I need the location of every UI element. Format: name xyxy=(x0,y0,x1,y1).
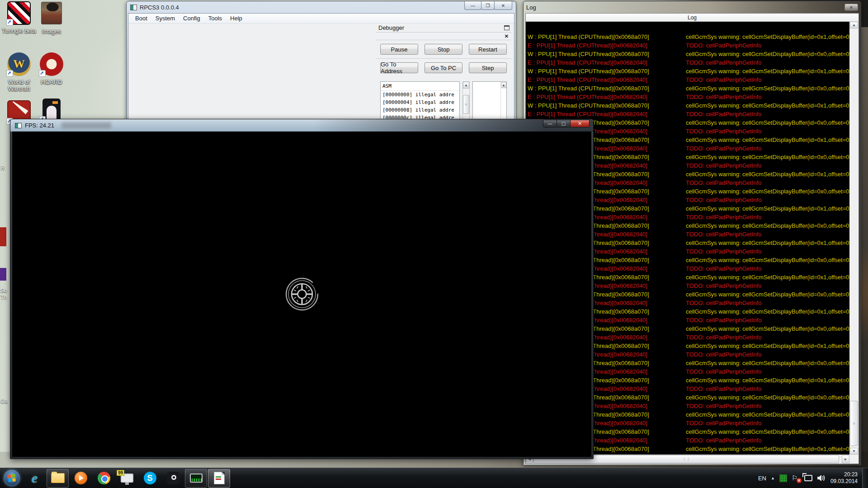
volume-icon[interactable] xyxy=(817,474,826,482)
log-column-header[interactable]: Log xyxy=(526,14,859,22)
log-message-column: TODO: cellPadPeriphGetInfo xyxy=(686,350,761,359)
menu-item-tools[interactable]: Tools xyxy=(204,14,226,23)
log-message-column: TODO: cellPadPeriphGetInfo xyxy=(686,385,761,393)
menu-item-help[interactable]: Help xyxy=(226,14,246,23)
images-icon xyxy=(41,2,62,24)
close-button[interactable]: ✕ xyxy=(494,1,512,10)
pause-button[interactable]: Pause xyxy=(380,44,418,55)
log-message-column: TODO: cellPadPeriphGetInfo xyxy=(686,144,761,153)
menu-item-config[interactable]: Config xyxy=(179,14,204,23)
log-window-title: Log xyxy=(526,4,844,11)
shortcut-arrow-icon xyxy=(6,19,13,26)
game-viewport[interactable] xyxy=(12,131,591,457)
network-icon[interactable] xyxy=(804,475,812,481)
edge-icon-sliver-purple xyxy=(0,268,6,281)
log-message-column: cellGcmSys warning: cellGcmSetDisplayBuf… xyxy=(686,84,849,93)
maximize-button[interactable]: ▢ xyxy=(557,120,571,127)
taskbar-item-media-player[interactable] xyxy=(70,469,92,488)
taskbar-item-explorer[interactable] xyxy=(47,469,69,488)
desktop-icon-hoard[interactable]: HOARD xyxy=(30,52,73,85)
log-row: W : PPU[1] Thread (CPUThread)[0x0068a070… xyxy=(528,33,849,41)
log-message-column: TODO: cellPadPeriphGetInfo xyxy=(686,333,761,342)
hidden-icons-arrow-icon[interactable]: ▲ xyxy=(771,476,775,480)
scrollbar-thumb[interactable]: ≡ xyxy=(463,95,469,114)
folder-icon xyxy=(51,473,65,483)
minimize-button[interactable]: — xyxy=(543,120,557,127)
close-button[interactable]: ✕ xyxy=(844,4,858,11)
taskbar-item-fps-counter[interactable]: 99 xyxy=(116,469,138,488)
log-message-column: cellGcmSys warning: cellGcmSetDisplayBuf… xyxy=(686,290,849,299)
desktop-icon-images[interactable]: images xyxy=(30,2,73,35)
scroll-up-arrow[interactable]: ▲ xyxy=(463,82,469,89)
scroll-right-arrow[interactable]: ► xyxy=(842,455,849,463)
scroll-up-arrow[interactable]: ▲ xyxy=(850,22,858,28)
debugger-nav-buttons: Go To AddressGo To PCStep xyxy=(376,58,511,77)
log-message-column: cellGcmSys warning: cellGcmSetDisplayBuf… xyxy=(686,427,849,436)
go-to-pc-button[interactable]: Go To PC xyxy=(425,62,462,73)
rpcs3-titlebar[interactable]: RPCS3 0.0.0.4 xyxy=(127,1,516,13)
maximize-button[interactable]: ❐ xyxy=(481,1,495,10)
log-message-column: cellGcmSys warning: cellGcmSetDisplayBuf… xyxy=(686,307,849,316)
debugger-panel: Debugger ✕ PauseStopRestart Go To Addres… xyxy=(376,23,511,134)
start-button[interactable] xyxy=(0,469,23,488)
asm-row[interactable]: [00000000] illegal addre xyxy=(381,91,459,99)
taskbar-item-system-monitor[interactable] xyxy=(185,469,207,488)
taskbar-item-internet-explorer[interactable]: e xyxy=(24,469,46,488)
language-indicator[interactable]: EN xyxy=(758,475,766,482)
log-message-column: TODO: cellPadPeriphGetInfo xyxy=(686,178,761,187)
desktop: Tunngle beta images W World of Warcraft … xyxy=(0,0,868,488)
rpcs3-caption-buttons: — ❐ ✕ xyxy=(465,1,512,10)
log-vertical-scrollbar[interactable]: ▲ ≡ ▼ xyxy=(849,22,859,455)
dock-icon[interactable] xyxy=(504,25,509,30)
internet-explorer-icon: e xyxy=(32,470,38,486)
log-message-column: cellGcmSys warning: cellGcmSetDisplayBuf… xyxy=(686,136,849,144)
clock[interactable]: 20:23 09.03.2014 xyxy=(830,471,860,485)
debugger-close-icon[interactable]: ✕ xyxy=(505,33,509,39)
stop-button[interactable]: Stop xyxy=(425,44,462,55)
log-thread-column: W : PPU[1] Thread (CPUThread)[0x0068a070… xyxy=(528,84,686,93)
log-row: E : PPU[1] Thread (CPUThread)[0x00682040… xyxy=(528,41,849,50)
fps-badge: 99 xyxy=(117,470,124,476)
asm-row[interactable]: [00000004] illegal addre xyxy=(381,99,459,106)
system-monitor-icon xyxy=(190,474,203,483)
go-to-address-button[interactable]: Go To Address xyxy=(380,62,418,73)
taskbar-item-chrome[interactable] xyxy=(93,469,115,488)
menu-item-boot[interactable]: Boot xyxy=(131,14,151,23)
game-app-icon xyxy=(15,123,22,128)
log-row: E : PPU[1] Thread (CPUThread)[0x00682040… xyxy=(528,110,849,118)
restart-button[interactable]: Restart xyxy=(469,44,507,55)
log-thread-column: W : PPU[1] Thread (CPUThread)[0x0068a070… xyxy=(528,33,686,41)
show-desktop-button[interactable] xyxy=(862,468,868,488)
log-message-column: TODO: cellPadPeriphGetInfo xyxy=(686,41,761,50)
game-window-title: FPS: 24.21 xyxy=(25,122,54,129)
step-button[interactable]: Step xyxy=(469,62,507,73)
scrollbar-thumb[interactable]: ≡ xyxy=(850,401,858,446)
log-message-column: cellGcmSys warning: cellGcmSetDisplayBuf… xyxy=(686,239,849,247)
system-tray: EN ▲ ⚐✕ 20:23 09.03.2014 xyxy=(758,468,862,488)
log-thread-column: W : PPU[1] Thread (CPUThread)[0x0068a070… xyxy=(528,101,686,110)
menu-item-system[interactable]: System xyxy=(151,14,179,23)
log-message-column: TODO: cellPadPeriphGetInfo xyxy=(686,316,761,324)
close-button[interactable]: ✕ xyxy=(570,120,590,127)
log-thread-column: E : PPU[1] Thread (CPUThread)[0x00682040… xyxy=(528,110,686,118)
log-titlebar[interactable]: Log ✕ xyxy=(524,1,861,13)
loading-spinner-icon xyxy=(284,277,320,312)
asm-header[interactable]: ASM xyxy=(381,82,459,91)
action-center-flag-icon[interactable]: ⚐✕ xyxy=(792,474,800,482)
asm-row[interactable]: [00000008] illegal addre xyxy=(381,106,459,114)
minimize-button[interactable]: — xyxy=(464,1,481,10)
scroll-up-arrow[interactable]: ▲ xyxy=(501,82,506,88)
edge-icon-label-fragment: R xyxy=(1,165,5,171)
log-message-column: cellGcmSys warning: cellGcmSetDisplayBuf… xyxy=(686,445,849,453)
log-message-column: cellGcmSys warning: cellGcmSetDisplayBuf… xyxy=(686,33,849,41)
taskbar-item-skype[interactable]: S xyxy=(139,469,161,488)
log-thread-column: E : PPU[1] Thread (CPUThread)[0x00682040… xyxy=(528,41,686,50)
log-message-column: cellGcmSys warning: cellGcmSetDisplayBuf… xyxy=(686,221,849,230)
game-titlebar[interactable]: FPS: 24.21 xyxy=(10,119,593,131)
log-thread-column: W : PPU[1] Thread (CPUThread)[0x0068a070… xyxy=(528,67,686,75)
taskbar-item-rpcs3[interactable] xyxy=(208,469,230,488)
taskbar-item-steam[interactable] xyxy=(162,469,184,488)
scroll-down-arrow[interactable]: ▼ xyxy=(850,448,858,455)
green-grid-tray-icon[interactable] xyxy=(779,474,787,482)
log-message-column: cellGcmSys warning: cellGcmSetDisplayBuf… xyxy=(686,410,849,419)
